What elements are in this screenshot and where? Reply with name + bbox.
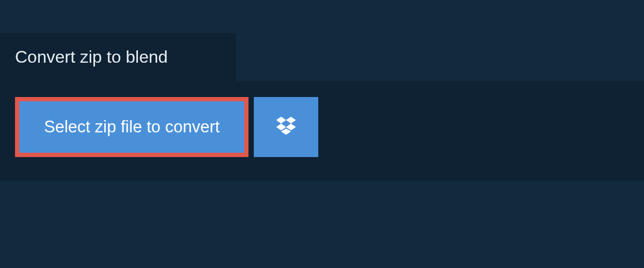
page-title: Convert zip to blend [15,47,221,67]
button-row: Select zip file to convert [15,97,629,157]
dropbox-button[interactable] [254,97,318,157]
select-file-button[interactable]: Select zip file to convert [19,101,244,153]
dropbox-icon [274,115,298,140]
main-panel: Select zip file to convert [0,81,644,181]
select-file-highlight: Select zip file to convert [15,97,248,157]
tab-header: Convert zip to blend [0,33,236,81]
